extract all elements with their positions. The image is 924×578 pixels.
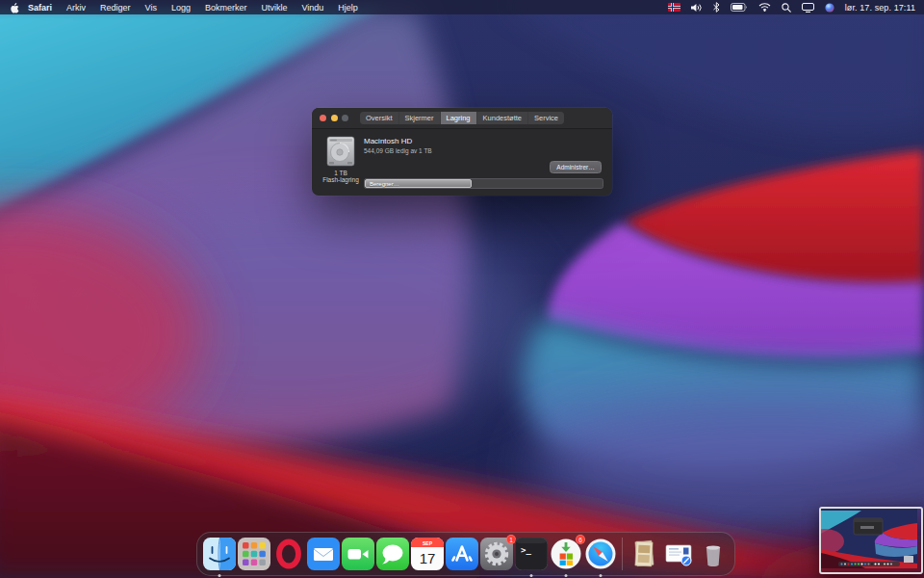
tab-oversikt[interactable]: Oversikt — [360, 112, 398, 124]
running-indicator — [530, 574, 533, 577]
menubar-clock[interactable]: lør. 17. sep. 17:11 — [845, 3, 915, 13]
menu-utvikle[interactable]: Utvikle — [261, 3, 287, 13]
dock-icon-opera[interactable] — [272, 538, 305, 570]
tab-kundestotte[interactable]: Kundestøtte — [477, 112, 527, 124]
dock-icon-facetime[interactable] — [342, 538, 374, 570]
dock-icon-safari[interactable] — [584, 538, 617, 570]
active-app-name[interactable]: Safari — [28, 3, 52, 13]
window-titlebar[interactable]: Oversikt Skjermer Lagring Kundestøtte Se… — [312, 108, 612, 129]
dock-icon-system-preferences[interactable]: 1 — [480, 538, 513, 570]
messages-icon — [376, 538, 409, 570]
downloads-stack-icon — [662, 538, 695, 570]
storage-panel: 1 TB Flash-lagring Macintosh HD 544,09 G… — [312, 129, 612, 196]
siri-icon[interactable] — [825, 3, 834, 13]
screenshot-thumbnail[interactable] — [819, 507, 923, 574]
dock-icon-microsoft-update[interactable]: 6 — [550, 538, 582, 570]
finder-icon — [203, 538, 236, 570]
desktop-wallpaper — [0, 0, 924, 578]
disk-free-space: 544,09 GB ledig av 1 TB — [364, 147, 432, 154]
hard-drive-icon — [326, 136, 355, 167]
dock-icon-mail[interactable] — [307, 538, 340, 570]
thumbnail-preview — [821, 509, 917, 568]
close-button[interactable] — [320, 115, 326, 121]
dock: SEP 17 — [196, 532, 735, 576]
disk-name: Macintosh HD — [364, 137, 412, 145]
launchpad-icon — [238, 538, 270, 570]
menu-hjelp[interactable]: Hjelp — [338, 3, 358, 13]
menu-bokmerker[interactable]: Bokmerker — [205, 3, 247, 13]
disk-type-label: Flash-lagring — [321, 176, 360, 183]
terminal-icon: >_ — [515, 538, 548, 570]
bluetooth-icon[interactable] — [713, 2, 720, 13]
zoom-button-disabled — [342, 115, 348, 121]
safari-icon — [584, 538, 617, 570]
menu-rediger[interactable]: Rediger — [100, 3, 131, 13]
calendar-icon: SEP 17 — [411, 538, 444, 570]
dock-icon-finder[interactable] — [203, 538, 236, 570]
menu-bar: Safari Arkiv Rediger Vis Logg Bokmerker … — [0, 0, 924, 14]
dock-icon-calendar[interactable]: SEP 17 — [411, 538, 444, 570]
spotlight-icon[interactable] — [782, 3, 791, 13]
dock-icon-app-store[interactable] — [446, 538, 478, 570]
manage-button[interactable]: Administrer… — [550, 161, 602, 173]
opera-icon — [272, 538, 305, 570]
calendar-day: 17 — [420, 550, 436, 566]
keyboard-flag-icon[interactable] — [668, 3, 680, 12]
desktop: Safari Arkiv Rediger Vis Logg Bokmerker … — [0, 0, 924, 578]
minimize-button[interactable] — [331, 115, 338, 121]
running-indicator — [600, 574, 603, 577]
about-this-mac-window: Oversikt Skjermer Lagring Kundestøtte Se… — [312, 108, 612, 196]
running-indicator — [565, 574, 568, 577]
facetime-icon — [342, 538, 374, 570]
menu-logg[interactable]: Logg — [171, 3, 191, 13]
dock-icon-messages[interactable] — [376, 538, 409, 570]
dock-icon-terminal[interactable]: >_ — [515, 538, 548, 570]
mail-icon — [307, 538, 340, 570]
documents-stack-icon — [628, 538, 660, 570]
menu-vis[interactable]: Vis — [145, 3, 157, 13]
menu-vindu[interactable]: Vindu — [301, 3, 323, 13]
tab-skjermer[interactable]: Skjermer — [399, 112, 440, 124]
calendar-month: SEP — [423, 540, 433, 546]
progress-label: Beregner… — [366, 181, 399, 187]
wifi-icon[interactable] — [758, 3, 771, 12]
dock-stack-documents[interactable] — [628, 538, 660, 570]
running-indicator — [218, 574, 221, 577]
app-store-icon — [446, 538, 478, 570]
trash-icon — [697, 538, 730, 570]
battery-icon[interactable] — [731, 3, 748, 12]
tab-lagring[interactable]: Lagring — [441, 112, 476, 124]
storage-progress-bar: Beregner… — [364, 178, 603, 189]
dock-icon-launchpad[interactable] — [238, 538, 270, 570]
disk-capacity-label: 1 TB — [321, 170, 360, 176]
dock-icon-trash[interactable] — [697, 538, 730, 570]
dock-stack-downloads[interactable] — [662, 538, 695, 570]
volume-icon[interactable] — [691, 3, 703, 13]
apple-menu[interactable] — [0, 2, 28, 13]
tab-service[interactable]: Service — [528, 112, 564, 124]
dock-divider — [622, 538, 623, 570]
display-icon[interactable] — [802, 3, 814, 13]
terminal-prompt: >_ — [521, 545, 531, 555]
storage-progress-fill: Beregner… — [365, 179, 472, 188]
window-tab-bar: Oversikt Skjermer Lagring Kundestøtte Se… — [360, 112, 564, 124]
menu-arkiv[interactable]: Arkiv — [66, 3, 86, 13]
apple-logo-icon — [10, 2, 19, 13]
